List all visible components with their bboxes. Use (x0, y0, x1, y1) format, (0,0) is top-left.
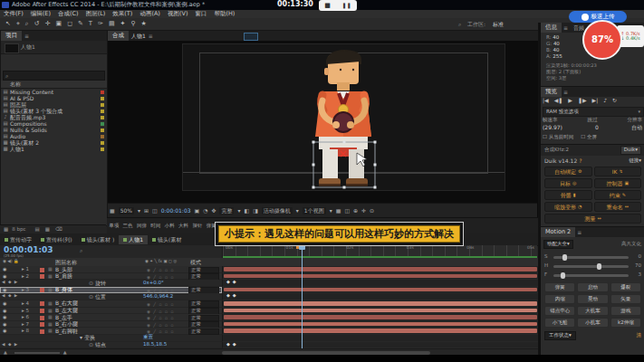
duik-tool-button[interactable]: 测量↔ (544, 214, 641, 224)
comp-bottom-item[interactable]: ✛ (361, 208, 366, 214)
comp-bottom-item[interactable]: ▾ (138, 208, 140, 214)
duik-link-dropdown[interactable]: 链接 ▾ (629, 158, 641, 164)
motion2-tool-button[interactable]: 矢量 (610, 294, 641, 304)
layer-label-chip[interactable] (40, 301, 44, 306)
mode-column[interactable]: 模式 (190, 260, 201, 265)
track-lane[interactable] (222, 328, 538, 335)
delete-icon[interactable]: ⌫ (55, 227, 62, 233)
tab-composition[interactable]: 合成 (108, 31, 129, 41)
ram-preview-dropdown[interactable]: RAM 预览选项 (546, 110, 579, 115)
layer-visibility-icon[interactable]: ◉ (3, 301, 6, 306)
easing-preset-button[interactable]: 小料 (165, 224, 175, 229)
playhead-line[interactable] (302, 245, 303, 348)
duik-tool-button[interactable]: 缩放变形◔ (544, 202, 592, 212)
timeline-row[interactable]: ◉ ▸ 6 ▦ B_左手 正常 (0, 314, 538, 321)
comp-mini-toggle[interactable] (244, 33, 258, 41)
comp-bottom-item[interactable]: ◔ (203, 208, 207, 214)
layer-visibility-icon[interactable]: ◉ (3, 274, 6, 279)
comp-bottom-item[interactable]: ⊞ (144, 208, 149, 214)
layer-duration-bar[interactable] (224, 322, 537, 327)
comp-bottom-item[interactable]: 完整 (219, 207, 234, 214)
menu-item[interactable]: 帮助(H) (214, 11, 235, 17)
project-item-label-chip[interactable] (101, 103, 104, 107)
menu-item[interactable]: 动画(A) (139, 11, 160, 17)
time-ruler[interactable]: 00s01s02s03s04s05s (222, 245, 537, 258)
motion2-tool-button[interactable]: 弹簧 (544, 282, 575, 292)
project-item-label-chip[interactable] (101, 110, 104, 113)
track-lane[interactable] (222, 287, 538, 294)
layer-name[interactable]: 旋转 (89, 281, 106, 286)
workspace-search-icon[interactable]: ⌕ (458, 22, 461, 27)
motion2-category-dropdown[interactable]: 动配大全 ▾ (543, 240, 573, 249)
menu-item[interactable]: 合成(C) (58, 11, 79, 17)
timeline-row[interactable]: ▾ 变换 重置 (0, 335, 538, 342)
timeline-row[interactable]: ◀ ◆ ▶ 位置 546.0,964.2 ◆◆ (0, 293, 538, 300)
comp-bottom-item[interactable]: ◨ (253, 208, 258, 214)
timeline-row[interactable]: ◉ ▸ 4 ▦ B_右大腿 正常 (0, 300, 538, 308)
tool-icon[interactable]: ✛ (45, 21, 51, 27)
timeline-comp-tab[interactable]: 人物1 (119, 235, 148, 244)
recorder-stop-button[interactable]: ■ (324, 3, 331, 9)
new-folder-icon[interactable]: ▤ (34, 227, 39, 233)
comp-bottom-item[interactable]: ✥ (211, 208, 216, 214)
timeline-row[interactable]: ◉ ▸ 7 ▦ B_右小腿 正常 (0, 321, 538, 329)
comp-bottom-item[interactable]: ▾ (237, 208, 240, 214)
easing-preset-button[interactable]: 时间 (150, 224, 160, 229)
duik-tool-button[interactable]: 重命名↔ (594, 202, 642, 212)
motion2-tool-button[interactable]: 小机车 (577, 318, 608, 328)
layer-name[interactable]: B_头部 (55, 267, 72, 272)
comp-bottom-item[interactable]: ▦ (336, 208, 341, 214)
project-item-label-chip[interactable] (101, 90, 104, 94)
duik-tool-button[interactable]: 控制器▣ (594, 178, 642, 188)
preview-value-dropdown[interactable]: (29.97) (543, 125, 562, 130)
tool-icon[interactable]: ◻ (67, 21, 72, 27)
recorder-pause-button[interactable]: ❚❚ (342, 3, 351, 8)
track-lane[interactable] (222, 266, 538, 273)
project-item[interactable]: ▤ AI & PSD (1, 95, 107, 101)
comp-bottom-item[interactable]: ⊙ (370, 208, 374, 214)
footage-interpret-icon[interactable]: ▦ (4, 227, 8, 233)
slider-thumb[interactable] (561, 272, 565, 279)
keyframe-diamonds[interactable]: ◆◆ (226, 293, 239, 298)
track-lane[interactable] (222, 308, 538, 315)
comp-bottom-item[interactable]: ▦ (110, 208, 115, 214)
keyframe-nav-icons[interactable]: ◀ ◆ ▶ (2, 343, 18, 348)
layer-name[interactable]: 位置 (89, 294, 106, 300)
comp-stage[interactable] (182, 43, 505, 191)
motion2-status-dropdown[interactable]: 工作状态 ▾ (544, 331, 576, 340)
layer-name[interactable]: B_右脚鞋 (55, 329, 78, 334)
layer-name[interactable]: 锚点 (89, 342, 106, 348)
tool-icon[interactable]: ★ (141, 21, 147, 27)
timeline-comp-tab[interactable]: 宣传动字 (0, 235, 36, 244)
preview-value-dropdown[interactable]: 自动 (631, 125, 642, 130)
layer-duration-bar[interactable] (224, 315, 537, 319)
tool-icon[interactable]: ↺ (34, 21, 40, 27)
track-lane[interactable]: ◆◆ (222, 293, 538, 300)
layer-name-column[interactable]: 图层名称 (55, 260, 77, 265)
property-value[interactable]: 18.5,18.5 (143, 342, 167, 348)
motion2-menu-icon[interactable]: ≡ (577, 230, 582, 235)
comp-bottom-item[interactable]: 50% (119, 207, 134, 214)
property-value[interactable]: 546.0,964.2 (143, 294, 173, 300)
motion2-tool-button[interactable]: 大机车 (577, 306, 608, 316)
comp-bottom-item[interactable]: 0:00:01:03 (161, 208, 191, 214)
timeline-row[interactable]: ◀ ◆ ▶ 旋转 0x+0.0° ◆◆ (0, 280, 538, 287)
timeline-row[interactable]: ◉ ▸ 1 ▦ B_头部 正常 (0, 266, 538, 273)
layer-label-chip[interactable] (40, 288, 44, 292)
menu-item[interactable]: 窗口 (195, 11, 207, 17)
menu-item[interactable]: 编辑(E) (31, 11, 51, 17)
comp-bottom-item[interactable]: ◫ (152, 208, 158, 214)
project-item[interactable]: ▦ 镜头(素材 2 (1, 139, 107, 146)
duik-tool-button[interactable]: 约束✎ (594, 190, 642, 200)
comp-bottom-item[interactable]: ▾ (296, 208, 299, 214)
motion2-tool-button[interactable]: 锚点中心 (544, 306, 575, 316)
track-lane[interactable] (222, 273, 538, 281)
from-current-time-checkbox[interactable]: ☐ 从当前时间 (543, 135, 573, 140)
motion2-slider[interactable] (553, 274, 629, 277)
info-panel-menu-icon[interactable]: ≡ (563, 25, 568, 31)
comp-bottom-item[interactable]: ◫ (344, 208, 350, 214)
layer-duration-bar[interactable] (224, 343, 537, 348)
timeline-row[interactable]: ◉ ▸ 5 ▦ B_左大腿 正常 (0, 308, 538, 315)
keyframe-nav-icons[interactable]: ◀ ◆ ▶ (2, 281, 18, 285)
layer-duration-bar[interactable] (224, 281, 537, 285)
